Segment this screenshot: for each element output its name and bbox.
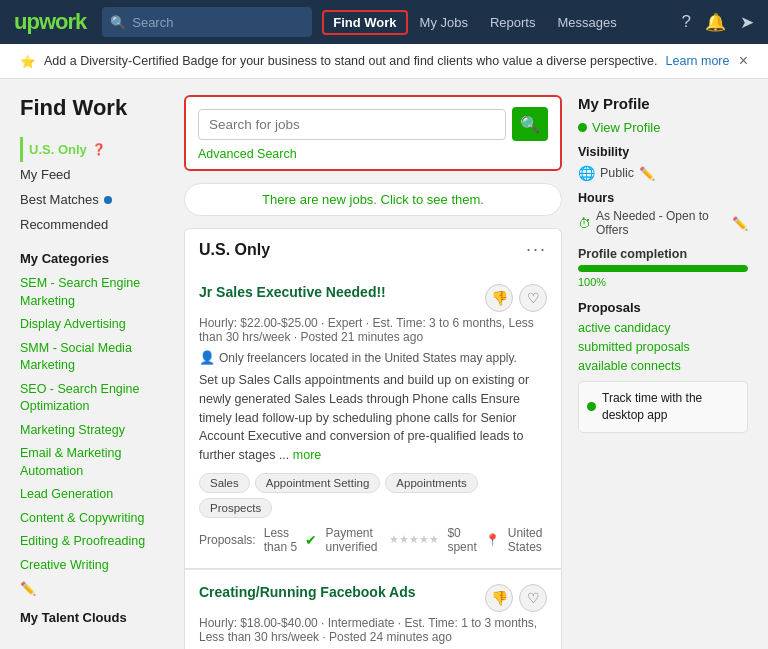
hours-value-row: ⏱ As Needed - Open to Offers ✏️ [578, 209, 748, 237]
clock-icon: ⏱ [578, 216, 591, 231]
job-section-title: U.S. Only [199, 241, 270, 259]
available-connects-link[interactable]: available connects [578, 359, 748, 373]
job-title-1[interactable]: Jr Sales Executive Needed!! [199, 284, 386, 300]
sidebar-item-recommended[interactable]: Recommended [20, 212, 168, 237]
job-search-input[interactable] [198, 109, 506, 140]
job-section: U.S. Only ··· Jr Sales Executive Needed!… [184, 228, 562, 649]
sidebar-cat-creative[interactable]: Creative Writing [20, 554, 168, 578]
active-candidacy-link[interactable]: active candidacy [578, 321, 748, 335]
track-dot-icon [587, 402, 596, 411]
help-circle-icon: ❓ [92, 143, 106, 156]
proposals-label-1: Proposals: [199, 533, 256, 547]
job-more-link-1[interactable]: more [293, 448, 321, 462]
sidebar-cat-email[interactable]: Email & Marketing Automation [20, 442, 168, 483]
search-button[interactable]: 🔍 [512, 107, 548, 141]
nav-find-work[interactable]: Find Work [322, 10, 407, 35]
nav-icons: ? 🔔 ➤ [682, 12, 754, 33]
navbar-search-input[interactable] [132, 15, 292, 30]
public-row: 🌐 Public ✏️ [578, 165, 748, 181]
dislike-button-1[interactable]: 👎 [485, 284, 513, 312]
sidebar-item-best-matches[interactable]: Best Matches [20, 187, 168, 212]
stars-1: ★★★★★ [389, 533, 439, 546]
view-profile-label: View Profile [592, 120, 660, 135]
track-time-box[interactable]: Track time with the desktop app [578, 381, 748, 433]
sidebar-cat-sem[interactable]: SEM - Search Engine Marketing [20, 272, 168, 313]
job-title-2[interactable]: Creating/Running Facebook Ads [199, 584, 416, 600]
advanced-search-link[interactable]: Advanced Search [198, 147, 297, 161]
hours-edit-icon[interactable]: ✏️ [732, 216, 748, 231]
profile-completion-fill [578, 265, 748, 272]
banner-text: Add a Diversity-Certified Badge for your… [44, 54, 658, 68]
tag-prospects[interactable]: Prospects [199, 498, 272, 518]
nav-messages[interactable]: Messages [547, 11, 626, 34]
save-button-2[interactable]: ♡ [519, 584, 547, 612]
profile-completion-pct: 100% [578, 276, 748, 288]
navbar: upwork 🔍 Find Work My Jobs Reports Messa… [0, 0, 768, 44]
location-label-1: United States [508, 526, 547, 554]
visibility-edit-icon[interactable]: ✏️ [639, 166, 655, 181]
my-feed-label: My Feed [20, 167, 71, 182]
talent-clouds-title: My Talent Clouds [20, 610, 168, 625]
navbar-search-box[interactable]: 🔍 [102, 7, 312, 37]
hours-value-label: As Needed - Open to Offers [596, 209, 727, 237]
tag-sales[interactable]: Sales [199, 473, 250, 493]
help-icon[interactable]: ? [682, 12, 691, 32]
save-button-1[interactable]: ♡ [519, 284, 547, 312]
banner-learn-more[interactable]: Learn more [666, 54, 730, 68]
job-location-note-1: 👤 Only freelancers located in the United… [199, 350, 547, 365]
star-icon: ⭐ [20, 54, 36, 69]
sidebar-cat-editing[interactable]: Editing & Proofreading [20, 530, 168, 554]
sidebar-cat-seo[interactable]: SEO - Search Engine Optimization [20, 378, 168, 419]
payment-label-1: Payment unverified [325, 526, 381, 554]
main-container: Find Work U.S. Only ❓ My Feed Best Match… [0, 79, 768, 649]
page-title: Find Work [20, 95, 168, 121]
section-options-button[interactable]: ··· [526, 239, 547, 260]
search-box-area: 🔍 Advanced Search [184, 95, 562, 171]
sidebar-item-my-feed[interactable]: My Feed [20, 162, 168, 187]
sidebar-cat-display[interactable]: Display Advertising [20, 313, 168, 337]
banner-close-button[interactable]: × [739, 52, 748, 70]
profile-completion-bar [578, 265, 748, 272]
profile-online-dot [578, 123, 587, 132]
job-actions-2: 👎 ♡ [485, 584, 547, 612]
visibility-row: Visibility [578, 145, 748, 159]
sidebar-cat-lead-gen[interactable]: Lead Generation [20, 483, 168, 507]
tag-appointments[interactable]: Appointments [385, 473, 477, 493]
nav-links: Find Work My Jobs Reports Messages [322, 10, 671, 35]
right-panel: My Profile View Profile Visibility 🌐 Pub… [578, 95, 748, 649]
diversity-banner: ⭐ Add a Diversity-Certified Badge for yo… [0, 44, 768, 79]
sidebar-cat-marketing-strategy[interactable]: Marketing Strategy [20, 419, 168, 443]
dislike-button-2[interactable]: 👎 [485, 584, 513, 612]
my-profile-title: My Profile [578, 95, 748, 112]
job-meta-2: Hourly: $18.00-$40.00 · Intermediate · E… [199, 616, 547, 644]
sidebar-cat-content[interactable]: Content & Copywriting [20, 507, 168, 531]
proposals-value-1: Less than 5 [264, 526, 298, 554]
new-jobs-banner[interactable]: There are new jobs. Click to see them. [184, 183, 562, 216]
location-icon-1: 👤 [199, 350, 215, 365]
sidebar-cat-smm[interactable]: SMM - Social Media Marketing [20, 337, 168, 378]
categories-edit-icon[interactable]: ✏️ [20, 581, 168, 596]
search-row: 🔍 [198, 107, 548, 141]
bell-icon[interactable]: 🔔 [705, 12, 726, 33]
nav-my-jobs[interactable]: My Jobs [410, 11, 478, 34]
best-matches-label: Best Matches [20, 192, 99, 207]
submitted-proposals-link[interactable]: submitted proposals [578, 340, 748, 354]
visibility-title: Visibility [578, 145, 629, 159]
us-only-label: U.S. Only [29, 142, 87, 157]
job-description-1: Set up Sales Calls appointments and buil… [199, 371, 547, 465]
blue-dot-icon [104, 196, 112, 204]
profile-completion-title: Profile completion [578, 247, 748, 261]
proposals-title: Proposals [578, 300, 748, 315]
center-content: 🔍 Advanced Search There are new jobs. Cl… [184, 95, 562, 649]
job-footer-1: Proposals: Less than 5 ✔ Payment unverif… [199, 526, 547, 554]
hours-title: Hours [578, 191, 748, 205]
track-time-label: Track time with the desktop app [602, 390, 739, 424]
nav-reports[interactable]: Reports [480, 11, 546, 34]
categories-title: My Categories [20, 251, 168, 266]
sidebar-item-us-only[interactable]: U.S. Only ❓ [20, 137, 168, 162]
cursor-icon[interactable]: ➤ [740, 12, 754, 33]
view-profile-link[interactable]: View Profile [578, 120, 748, 135]
payment-verified-icon-1: ✔ [305, 532, 317, 548]
tag-appointment-setting[interactable]: Appointment Setting [255, 473, 381, 493]
globe-icon: 🌐 [578, 165, 595, 181]
